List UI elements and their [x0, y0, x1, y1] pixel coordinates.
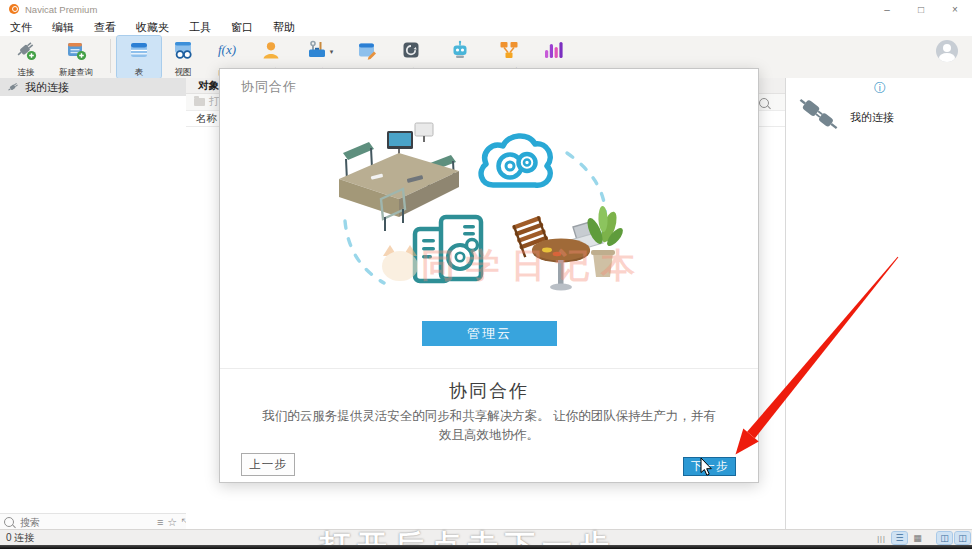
- view-mode-buttons: ||| ☰ ▦ ◫ ◫: [874, 532, 970, 544]
- toolbar-separator: [110, 39, 111, 73]
- view-icon: [171, 38, 195, 66]
- table-icon: [127, 38, 151, 66]
- connection-name: 我的连接: [850, 110, 894, 125]
- manage-cloud-button[interactable]: 管理云: [422, 321, 557, 346]
- user-icon: [259, 38, 283, 66]
- search-icon: [4, 517, 14, 527]
- menu-view[interactable]: 查看: [84, 20, 126, 35]
- toggle-right-pane-icon[interactable]: ◫: [955, 532, 970, 544]
- menu-help[interactable]: 帮助: [263, 20, 305, 35]
- toolbar-button-tables[interactable]: 表: [117, 36, 161, 78]
- desk-scene: [339, 123, 459, 231]
- user-avatar[interactable]: [936, 40, 958, 62]
- menu-favorites[interactable]: 收藏夹: [126, 20, 179, 35]
- dialog-divider: [220, 368, 758, 369]
- watermark-dog-icon: [380, 245, 420, 281]
- columns-view-icon[interactable]: |||: [874, 532, 889, 544]
- backup-icon: [399, 38, 423, 66]
- window-controls: – □ ×: [870, 0, 972, 18]
- filter-icon[interactable]: ≡: [157, 517, 163, 528]
- next-step-button[interactable]: 下一步: [683, 457, 736, 476]
- collaboration-wizard-dialog: 协同合作: [219, 68, 759, 483]
- tab-objects[interactable]: 对象: [198, 79, 219, 93]
- sidebar-search-bar: ≡ ☆ ⤡: [0, 513, 195, 530]
- grid-view-icon[interactable]: ▦: [910, 532, 925, 544]
- toolbar-button-new-query[interactable]: 新建查询: [48, 36, 104, 78]
- details-panel: ⓘ 我的连接: [785, 78, 972, 529]
- plug-icon: [7, 81, 20, 94]
- toolbox-icon: [305, 38, 329, 66]
- toggle-left-pane-icon[interactable]: ◫: [937, 532, 952, 544]
- bottom-edge-strip: [0, 545, 972, 549]
- navicat-app-icon: [9, 4, 19, 14]
- connections-sidebar: 我的连接: [0, 78, 187, 513]
- function-icon: f(x): [215, 38, 239, 66]
- open-folder-icon: [194, 98, 205, 106]
- query-icon: [355, 38, 379, 66]
- window-title: Navicat Premium: [25, 4, 97, 15]
- favorite-star-icon[interactable]: ☆: [167, 517, 177, 528]
- menu-window[interactable]: 窗口: [221, 20, 263, 35]
- cloud-logo: [481, 136, 550, 185]
- navicat-window: Navicat Premium – □ × 文件 编辑 查看 收藏夹 工具 窗口…: [0, 0, 972, 549]
- toolbar-button-views[interactable]: 视图: [161, 36, 205, 78]
- dialog-description: 我们的云服务提供灵活安全的同步和共享解决方案。 让你的团队保持生产力，并有效且高…: [262, 407, 716, 446]
- watermark-text: 同学日记本: [421, 243, 646, 289]
- minimize-button[interactable]: –: [870, 0, 904, 18]
- toolbar-button-connection[interactable]: 连接: [4, 36, 48, 78]
- menu-tools[interactable]: 工具: [179, 20, 221, 35]
- sidebar-item-my-connection[interactable]: 我的连接: [0, 78, 186, 96]
- selected-connection: 我的连接: [796, 94, 894, 140]
- plug-icon: [796, 94, 842, 140]
- list-view-icon[interactable]: ☰: [892, 532, 907, 544]
- column-header-label: 名称: [196, 112, 217, 126]
- close-button[interactable]: ×: [938, 0, 972, 18]
- title-bar: Navicat Premium – □ ×: [0, 0, 972, 18]
- dialog-title: 协同合作: [241, 78, 297, 96]
- previous-step-button[interactable]: 上一步: [241, 453, 295, 476]
- connection-name: 我的连接: [25, 80, 69, 95]
- new-query-icon: [64, 38, 88, 66]
- chevron-down-icon: ▾: [330, 48, 334, 56]
- menu-edit[interactable]: 编辑: [42, 20, 84, 35]
- bi-chart-icon: [541, 38, 565, 66]
- robot-icon: [448, 38, 472, 66]
- maximize-button[interactable]: □: [904, 0, 938, 18]
- model-icon: [497, 38, 521, 66]
- plug-new-icon: [14, 38, 38, 66]
- status-connections-count: 0 连接: [6, 531, 34, 545]
- search-input[interactable]: [18, 516, 153, 529]
- menu-file[interactable]: 文件: [0, 20, 42, 35]
- menu-bar: 文件 编辑 查看 收藏夹 工具 窗口 帮助: [0, 18, 972, 36]
- search-icon[interactable]: [759, 98, 769, 108]
- svg-text:f(x): f(x): [218, 42, 236, 57]
- dialog-heading: 协同合作: [220, 379, 758, 403]
